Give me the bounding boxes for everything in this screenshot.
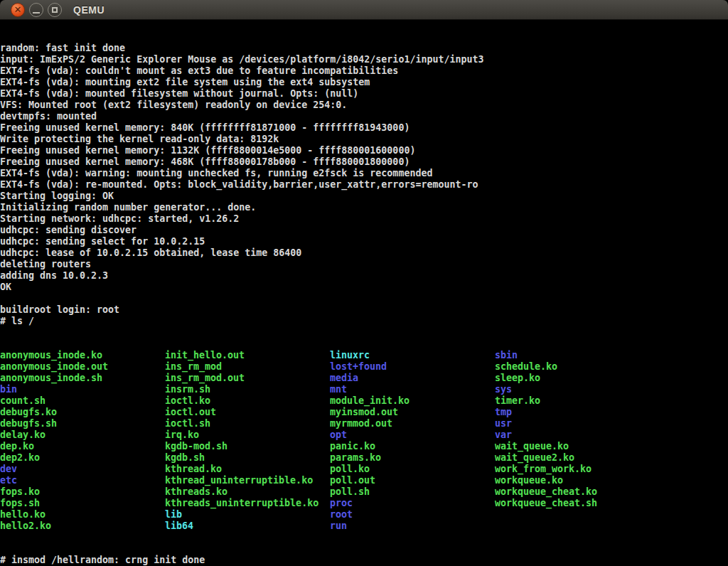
file-entry: debugfs.sh bbox=[0, 418, 165, 429]
console-line: Freeing unused kernel memory: 840K (ffff… bbox=[0, 122, 728, 134]
file-entry: usr bbox=[495, 418, 660, 429]
file-entry: lib bbox=[165, 509, 330, 520]
file-entry: init_hello.out bbox=[165, 350, 330, 361]
maximize-icon bbox=[52, 7, 58, 13]
file-entry: mnt bbox=[330, 384, 495, 395]
file-entry: wait_queue2.ko bbox=[495, 452, 660, 464]
console-line: random: fast init done bbox=[0, 43, 728, 54]
boot-log: random: fast init doneinput: ImExPS/2 Ge… bbox=[0, 43, 728, 327]
console-line: udhcpc: sending discover bbox=[0, 225, 728, 236]
file-entry: media bbox=[330, 373, 495, 384]
file-entry: lib64 bbox=[165, 520, 330, 532]
console-line: Starting logging: OK bbox=[0, 191, 728, 202]
console-line: EXT4-fs (vda): mounted filesystem withou… bbox=[0, 88, 728, 100]
file-entry: ioctl.ko bbox=[165, 395, 330, 407]
file-entry: delay.ko bbox=[0, 429, 165, 441]
console-line: EXT4-fs (vda): mounting ext2 file system… bbox=[0, 77, 728, 88]
console-line: devtmpfs: mounted bbox=[0, 111, 728, 122]
file-entry: timer.ko bbox=[495, 395, 660, 407]
file-entry: work_from_work.ko bbox=[495, 464, 660, 475]
close-icon: ✕ bbox=[11, 4, 24, 16]
console-line: Freeing unused kernel memory: 468K (ffff… bbox=[0, 156, 728, 168]
console-line: Initializing random number generator... … bbox=[0, 202, 728, 213]
file-entry: ioctl.sh bbox=[165, 418, 330, 429]
file-entry: myrmmod.out bbox=[330, 418, 495, 429]
file-entry: hello2.ko bbox=[0, 520, 165, 532]
file-entry: schedule.ko bbox=[495, 361, 660, 373]
ls-output-grid: anonymous_inode.koinit_hello.outlinuxrcs… bbox=[0, 350, 728, 532]
window-title: QEMU bbox=[73, 4, 105, 16]
console-line: Write protecting the kernel read-only da… bbox=[0, 134, 728, 145]
window-titlebar[interactable]: ✕ QEMU bbox=[0, 0, 728, 20]
console-line: Starting network: udhcpc: started, v1.26… bbox=[0, 213, 728, 225]
file-entry: wait_queue.ko bbox=[495, 441, 660, 452]
file-entry: opt bbox=[330, 429, 495, 441]
file-entry: sys bbox=[495, 384, 660, 395]
file-entry: anonymous_inode.sh bbox=[0, 373, 165, 384]
file-entry: root bbox=[330, 509, 495, 520]
file-entry: kthreads.ko bbox=[165, 486, 330, 498]
file-entry: var bbox=[495, 429, 660, 441]
console-line: input: ImExPS/2 Generic Explorer Mouse a… bbox=[0, 54, 728, 65]
console-line: Freeing unused kernel memory: 1132K (fff… bbox=[0, 145, 728, 156]
console-line: EXT4-fs (vda): warning: mounting uncheck… bbox=[0, 168, 728, 179]
file-entry: workqueue_cheat.ko bbox=[495, 486, 660, 498]
file-entry: sbin bbox=[495, 350, 660, 361]
close-button[interactable]: ✕ bbox=[11, 3, 25, 17]
file-entry: etc bbox=[0, 475, 165, 486]
file-entry: kgdb.sh bbox=[165, 452, 330, 464]
file-entry: lost+found bbox=[330, 361, 495, 373]
file-entry: workqueue_cheat.sh bbox=[495, 498, 660, 509]
console-line: udhcpc: sending select for 10.0.2.15 bbox=[0, 236, 728, 247]
empty-cell bbox=[495, 509, 660, 520]
file-entry: fops.ko bbox=[0, 486, 165, 498]
console-line: EXT4-fs (vda): couldn't mount as ext3 du… bbox=[0, 65, 728, 77]
console-line: buildroot login: root bbox=[0, 304, 728, 316]
empty-cell bbox=[495, 520, 660, 532]
console-line: # ls / bbox=[0, 316, 728, 327]
console-line: VFS: Mounted root (ext2 filesystem) read… bbox=[0, 100, 728, 111]
file-entry: dev bbox=[0, 464, 165, 475]
file-entry: run bbox=[330, 520, 495, 532]
file-entry: dep2.ko bbox=[0, 452, 165, 464]
console-line: udhcpc: lease of 10.0.2.15 obtained, lea… bbox=[0, 247, 728, 259]
console-line: deleting routers bbox=[0, 259, 728, 270]
console-line: # insmod /hellrandom: crng init done bbox=[0, 555, 728, 566]
file-entry: params.ko bbox=[330, 452, 495, 464]
file-entry: ins_rm_mod bbox=[165, 361, 330, 373]
file-entry: module_init.ko bbox=[330, 395, 495, 407]
file-entry: anonymous_inode.ko bbox=[0, 350, 165, 361]
file-entry: kthread_uninterruptible.ko bbox=[165, 475, 330, 486]
file-entry: poll.sh bbox=[330, 486, 495, 498]
file-entry: sleep.ko bbox=[495, 373, 660, 384]
file-entry: kgdb-mod.sh bbox=[165, 441, 330, 452]
file-entry: ioctl.out bbox=[165, 407, 330, 418]
file-entry: hello.ko bbox=[0, 509, 165, 520]
file-entry: tmp bbox=[495, 407, 660, 418]
console-line bbox=[0, 293, 728, 304]
file-entry: bin bbox=[0, 384, 165, 395]
terminal-screen[interactable]: random: fast init doneinput: ImExPS/2 Ge… bbox=[0, 20, 728, 566]
file-entry: linuxrc bbox=[330, 350, 495, 361]
file-entry: anonymous_inode.out bbox=[0, 361, 165, 373]
file-entry: kthread.ko bbox=[165, 464, 330, 475]
file-entry: poll.out bbox=[330, 475, 495, 486]
console-line: adding dns 10.0.2.3 bbox=[0, 270, 728, 282]
file-entry: insrm.sh bbox=[165, 384, 330, 395]
file-entry: count.sh bbox=[0, 395, 165, 407]
file-entry: irq.ko bbox=[165, 429, 330, 441]
file-entry: ins_rm_mod.out bbox=[165, 373, 330, 384]
shell-log: # insmod /hellrandom: crng init done# in… bbox=[0, 555, 728, 566]
maximize-button[interactable] bbox=[48, 3, 62, 17]
minimize-icon bbox=[33, 12, 40, 14]
file-entry: kthreads_uninterruptible.ko bbox=[165, 498, 330, 509]
file-entry: panic.ko bbox=[330, 441, 495, 452]
file-entry: myinsmod.out bbox=[330, 407, 495, 418]
file-entry: debugfs.ko bbox=[0, 407, 165, 418]
file-entry: fops.sh bbox=[0, 498, 165, 509]
file-entry: proc bbox=[330, 498, 495, 509]
file-entry: workqueue.ko bbox=[495, 475, 660, 486]
file-entry: dep.ko bbox=[0, 441, 165, 452]
file-entry: poll.ko bbox=[330, 464, 495, 475]
minimize-button[interactable] bbox=[29, 3, 43, 17]
